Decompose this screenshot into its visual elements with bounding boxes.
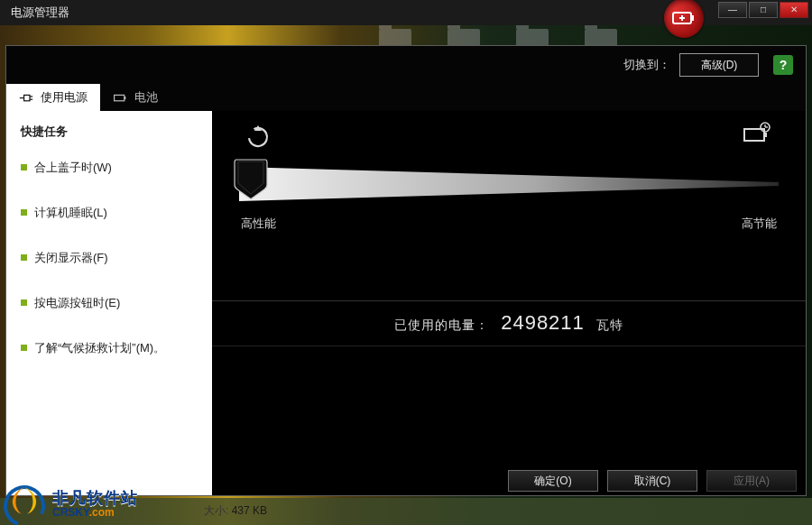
usage-prefix: 已使用的电量： <box>394 318 489 332</box>
performance-mode-icon <box>245 122 509 149</box>
switch-label: 切换到： <box>623 57 670 73</box>
advanced-button[interactable]: 高级(D) <box>679 53 759 77</box>
bullet-icon <box>21 164 27 170</box>
window-title: 电源管理器 <box>11 5 69 21</box>
top-bar: 切换到： 高级(D) ? <box>6 46 806 84</box>
sidebar-item-power-button[interactable]: 按电源按钮时(E) <box>21 281 198 326</box>
divider <box>212 345 806 346</box>
svg-rect-8 <box>115 95 125 100</box>
usage-unit: 瓦特 <box>596 318 623 332</box>
close-button[interactable]: ✕ <box>780 2 808 18</box>
ok-button[interactable]: 确定(O) <box>508 470 598 492</box>
bullet-icon <box>21 254 27 261</box>
brand-name-en: CRSKY.com <box>52 507 138 519</box>
slider-label-energy-save: 高节能 <box>742 216 777 232</box>
tab-label: 电池 <box>134 89 158 106</box>
dialog-button-row: 确定(O) 取消(C) 应用(A) <box>508 470 797 492</box>
tab-label: 使用电源 <box>41 89 88 106</box>
sidebar-item-climate-plan[interactable]: 了解“气候拯救计划”(M)。 <box>21 326 198 371</box>
brand-name-cn: 非凡软件站 <box>52 490 138 507</box>
title-bar: 电源管理器 — □ ✕ <box>0 0 812 25</box>
tab-battery[interactable]: 电池 <box>100 84 171 111</box>
svg-point-17 <box>2 482 47 525</box>
svg-rect-9 <box>125 97 126 99</box>
energy-save-mode-icon <box>509 122 773 149</box>
file-size-text: 大小: 437 KB <box>204 503 267 519</box>
usage-value: 2498211 <box>501 311 585 334</box>
sidebar-item-label: 关闭显示器(F) <box>34 250 108 266</box>
sidebar-item-label: 按电源按钮时(E) <box>34 295 120 311</box>
svg-marker-16 <box>239 167 779 201</box>
usage-row: 已使用的电量： 2498211 瓦特 <box>212 311 806 335</box>
divider <box>212 300 806 301</box>
slider-label-performance: 高性能 <box>241 216 276 232</box>
sidebar-item-label: 了解“气候拯救计划”(M)。 <box>34 340 165 356</box>
svg-rect-11 <box>744 129 764 141</box>
performance-slider[interactable] <box>239 160 779 214</box>
maximize-button[interactable]: □ <box>749 2 778 18</box>
bullet-icon <box>21 299 27 306</box>
bullet-icon <box>21 209 27 216</box>
tab-power-source[interactable]: 使用电源 <box>6 84 100 111</box>
battery-icon <box>113 92 127 103</box>
tab-strip: 使用电源 电池 <box>6 84 806 111</box>
power-badge-icon <box>664 0 704 38</box>
slider-track-icon <box>239 167 779 201</box>
sidebar-heading: 快捷任务 <box>21 124 198 140</box>
sidebar: 快捷任务 合上盖子时(W) 计算机睡眠(L) 关闭显示器(F) 按电源按钮时(E… <box>6 111 212 495</box>
svg-rect-4 <box>24 95 30 100</box>
svg-rect-12 <box>764 133 767 137</box>
cancel-button[interactable]: 取消(C) <box>607 470 697 492</box>
svg-rect-1 <box>691 15 694 21</box>
brand-logo-icon <box>2 482 47 525</box>
minimize-button[interactable]: — <box>718 2 747 18</box>
main-panel: 高性能 高节能 已使用的电量： 2498211 瓦特 <box>212 111 806 495</box>
sidebar-item-display-off[interactable]: 关闭显示器(F) <box>21 235 198 281</box>
plug-icon <box>19 92 33 103</box>
bullet-icon <box>21 345 27 351</box>
apply-button: 应用(A) <box>706 470 797 492</box>
sidebar-item-label: 计算机睡眠(L) <box>34 205 107 221</box>
main-window: 切换到： 高级(D) ? 使用电源 电池 快捷任务 合上盖子时(W) <box>5 45 807 496</box>
sidebar-item-sleep[interactable]: 计算机睡眠(L) <box>21 190 198 235</box>
slider-knob-icon[interactable] <box>234 158 268 199</box>
sidebar-item-close-lid[interactable]: 合上盖子时(W) <box>21 145 198 190</box>
watermark: 非凡软件站 CRSKY.com <box>2 482 138 525</box>
help-icon[interactable]: ? <box>773 55 793 75</box>
sidebar-item-label: 合上盖子时(W) <box>34 160 112 176</box>
